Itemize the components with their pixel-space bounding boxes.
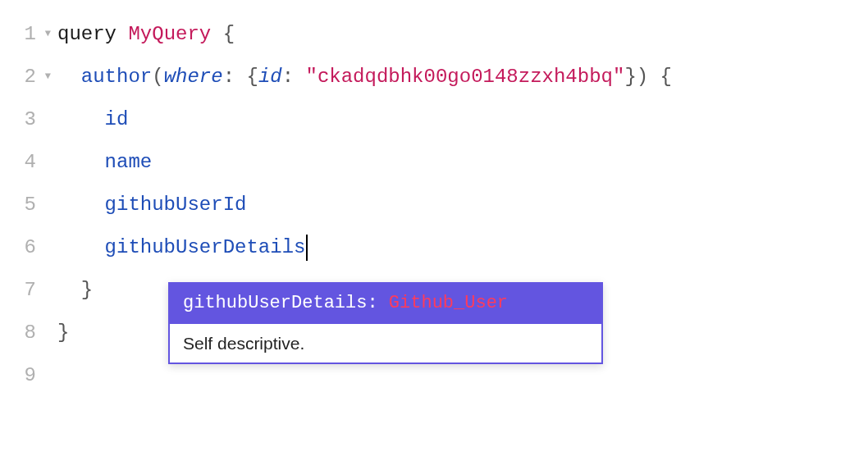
field-author: author [81, 64, 152, 89]
line-number-4[interactable]: 4 [0, 141, 51, 184]
inner-open-brace: { [235, 64, 258, 89]
line-number-3[interactable]: 3 [0, 98, 51, 141]
field-github-user-id: githubUserId [105, 192, 247, 217]
field-id: id [105, 107, 129, 132]
tooltip-type: Github_User [389, 293, 508, 313]
colon: : [282, 64, 294, 89]
line-number-1[interactable]: 1 [0, 13, 51, 56]
string-value: "ckadqdbhk00go0148zzxh4bbq" [306, 64, 625, 89]
tooltip-description: Self descriptive. [170, 324, 601, 363]
close-brace: } [57, 320, 69, 345]
fold-icon[interactable] [41, 71, 51, 84]
arg-where: where [164, 64, 223, 89]
paren-open: ( [152, 64, 163, 89]
code-area[interactable]: query MyQuery { author(where: {id: "ckad… [57, 13, 868, 397]
line-number-6[interactable]: 6 [0, 226, 51, 269]
paren-close: ) [637, 64, 648, 89]
code-line-2[interactable]: author(where: {id: "ckadqdbhk00go0148zzx… [57, 56, 868, 98]
line-number-7[interactable]: 7 [0, 269, 51, 312]
fold-icon[interactable] [41, 28, 51, 41]
code-line-4[interactable]: name [57, 141, 868, 184]
arg-id: id [258, 64, 282, 89]
code-line-1[interactable]: query MyQuery { [57, 13, 868, 56]
tooltip-separator: : [367, 293, 388, 313]
open-brace: { [211, 21, 235, 47]
close-brace: } [81, 277, 93, 303]
code-line-3[interactable]: id [57, 98, 868, 141]
field-name: name [105, 149, 153, 175]
tooltip-field-name: githubUserDetails [183, 293, 367, 313]
keyword-query: query [57, 21, 116, 47]
code-line-6[interactable]: githubUserDetails [57, 226, 868, 269]
line-number-2[interactable]: 2 [0, 56, 51, 98]
line-number-5[interactable]: 5 [0, 184, 51, 226]
line-number-8[interactable]: 8 [0, 312, 51, 354]
tooltip-header[interactable]: githubUserDetails: Github_User [170, 284, 601, 324]
inner-close-brace: } [624, 64, 636, 89]
code-editor[interactable]: 1 2 3 4 5 6 7 8 9 query MyQuery { author… [0, 0, 868, 397]
code-line-5[interactable]: githubUserId [57, 184, 868, 226]
operation-name: MyQuery [128, 21, 211, 47]
text-cursor [306, 235, 308, 261]
block-open-brace: { [648, 64, 672, 89]
field-github-user-details: githubUserDetails [105, 235, 306, 260]
line-gutter: 1 2 3 4 5 6 7 8 9 [0, 13, 57, 397]
line-number-9[interactable]: 9 [0, 354, 51, 397]
autocomplete-tooltip[interactable]: githubUserDetails: Github_User Self desc… [168, 282, 603, 364]
colon: : [223, 64, 235, 89]
